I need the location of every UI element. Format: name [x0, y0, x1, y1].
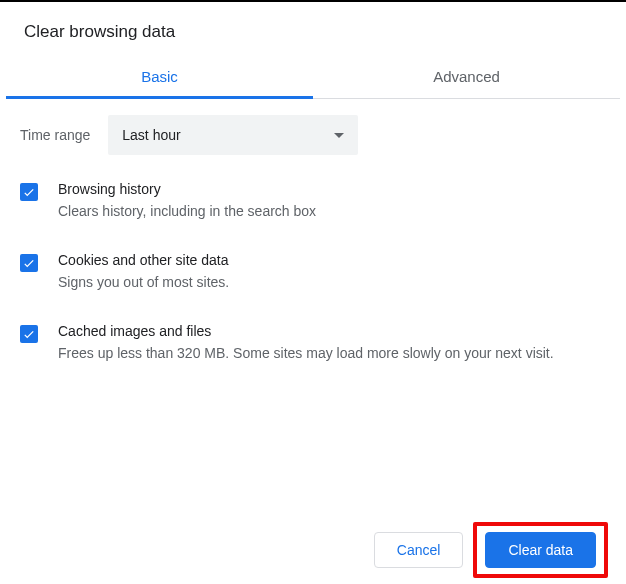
time-range-label: Time range: [20, 127, 90, 143]
annotation-highlight: Clear data: [473, 522, 608, 578]
dialog-title: Clear browsing data: [0, 2, 626, 54]
time-range-select[interactable]: Last hour: [108, 115, 358, 155]
clear-browsing-data-dialog: Clear browsing data Basic Advanced Time …: [0, 2, 626, 584]
option-title: Cached images and files: [58, 323, 606, 339]
option-text: Cookies and other site data Signs you ou…: [58, 252, 606, 293]
button-label: Cancel: [397, 542, 441, 558]
clear-data-button[interactable]: Clear data: [485, 532, 596, 568]
option-text: Browsing history Clears history, includi…: [58, 181, 606, 222]
checkbox-cookies[interactable]: [20, 254, 38, 272]
option-text: Cached images and files Frees up less th…: [58, 323, 606, 364]
tab-label: Basic: [141, 68, 178, 85]
time-range-value: Last hour: [122, 127, 180, 143]
option-cookies: Cookies and other site data Signs you ou…: [20, 252, 606, 293]
option-title: Browsing history: [58, 181, 606, 197]
tab-advanced[interactable]: Advanced: [313, 54, 620, 98]
check-icon: [22, 185, 36, 199]
option-browsing-history: Browsing history Clears history, includi…: [20, 181, 606, 222]
option-description: Frees up less than 320 MB. Some sites ma…: [58, 343, 606, 364]
option-description: Signs you out of most sites.: [58, 272, 606, 293]
option-description: Clears history, including in the search …: [58, 201, 606, 222]
dialog-content: Time range Last hour Browsing history Cl…: [0, 99, 626, 522]
option-title: Cookies and other site data: [58, 252, 606, 268]
time-range-row: Time range Last hour: [20, 115, 606, 155]
tab-label: Advanced: [433, 68, 500, 85]
checkbox-browsing-history[interactable]: [20, 183, 38, 201]
tabs: Basic Advanced: [6, 54, 620, 99]
checkbox-cache[interactable]: [20, 325, 38, 343]
tab-basic[interactable]: Basic: [6, 54, 313, 98]
option-cache: Cached images and files Frees up less th…: [20, 323, 606, 364]
check-icon: [22, 256, 36, 270]
cancel-button[interactable]: Cancel: [374, 532, 464, 568]
button-label: Clear data: [508, 542, 573, 558]
check-icon: [22, 327, 36, 341]
chevron-down-icon: [334, 133, 344, 138]
dialog-footer: Cancel Clear data: [0, 522, 626, 584]
